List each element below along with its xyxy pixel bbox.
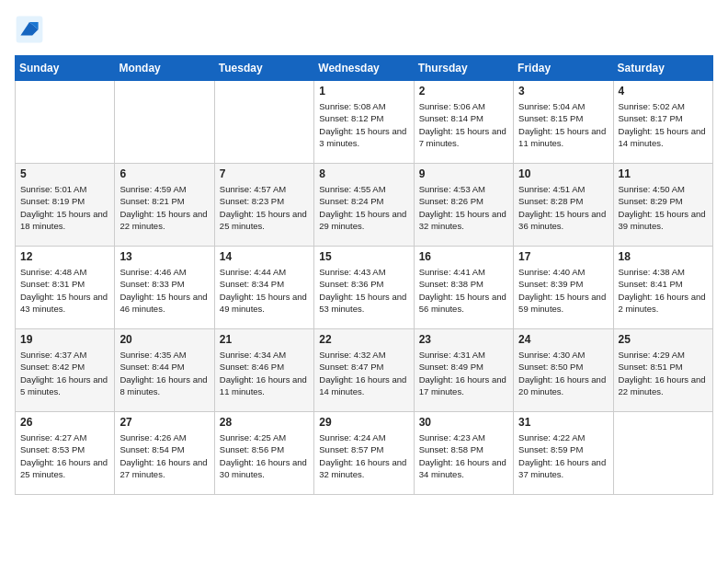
day-number: 31 bbox=[518, 416, 608, 429]
day-number: 25 bbox=[619, 333, 708, 346]
calendar-cell: 11Sunrise: 4:50 AM Sunset: 8:29 PM Dayli… bbox=[613, 164, 712, 247]
col-header-friday: Friday bbox=[514, 56, 613, 81]
calendar-cell: 14Sunrise: 4:44 AM Sunset: 8:34 PM Dayli… bbox=[214, 247, 313, 329]
calendar-cell: 21Sunrise: 4:34 AM Sunset: 8:46 PM Dayli… bbox=[214, 329, 313, 412]
calendar-cell: 27Sunrise: 4:26 AM Sunset: 8:54 PM Dayli… bbox=[115, 412, 214, 495]
calendar-cell: 2Sunrise: 5:06 AM Sunset: 8:14 PM Daylig… bbox=[414, 81, 513, 164]
day-number: 21 bbox=[220, 333, 309, 346]
day-number: 28 bbox=[220, 416, 309, 429]
calendar-cell: 30Sunrise: 4:23 AM Sunset: 8:58 PM Dayli… bbox=[414, 412, 513, 495]
day-number: 18 bbox=[619, 250, 708, 263]
day-number: 7 bbox=[220, 167, 309, 180]
day-number: 19 bbox=[20, 333, 109, 346]
day-number: 12 bbox=[20, 250, 109, 263]
calendar-cell: 7Sunrise: 4:57 AM Sunset: 8:23 PM Daylig… bbox=[214, 164, 313, 247]
day-info: Sunrise: 5:01 AM Sunset: 8:19 PM Dayligh… bbox=[20, 183, 109, 232]
calendar-cell: 8Sunrise: 4:55 AM Sunset: 8:24 PM Daylig… bbox=[314, 164, 414, 247]
day-info: Sunrise: 4:25 AM Sunset: 8:56 PM Dayligh… bbox=[220, 431, 309, 480]
calendar-cell: 6Sunrise: 4:59 AM Sunset: 8:21 PM Daylig… bbox=[115, 164, 214, 247]
calendar-cell: 16Sunrise: 4:41 AM Sunset: 8:38 PM Dayli… bbox=[414, 247, 513, 329]
day-info: Sunrise: 4:34 AM Sunset: 8:46 PM Dayligh… bbox=[220, 349, 309, 397]
day-info: Sunrise: 4:50 AM Sunset: 8:29 PM Dayligh… bbox=[619, 183, 708, 232]
day-info: Sunrise: 4:24 AM Sunset: 8:57 PM Dayligh… bbox=[319, 431, 408, 480]
day-info: Sunrise: 4:51 AM Sunset: 8:28 PM Dayligh… bbox=[518, 183, 608, 232]
col-header-saturday: Saturday bbox=[613, 56, 712, 81]
calendar-cell: 25Sunrise: 4:29 AM Sunset: 8:51 PM Dayli… bbox=[613, 329, 712, 412]
day-number: 15 bbox=[319, 250, 408, 263]
col-header-thursday: Thursday bbox=[414, 56, 513, 81]
day-number: 23 bbox=[419, 333, 508, 346]
day-info: Sunrise: 4:40 AM Sunset: 8:39 PM Dayligh… bbox=[518, 266, 608, 315]
day-info: Sunrise: 4:27 AM Sunset: 8:53 PM Dayligh… bbox=[20, 431, 109, 480]
calendar-cell: 31Sunrise: 4:22 AM Sunset: 8:59 PM Dayli… bbox=[514, 412, 613, 495]
day-number: 1 bbox=[319, 85, 408, 98]
day-number: 4 bbox=[619, 85, 708, 98]
calendar-cell: 22Sunrise: 4:32 AM Sunset: 8:47 PM Dayli… bbox=[314, 329, 414, 412]
day-info: Sunrise: 5:02 AM Sunset: 8:17 PM Dayligh… bbox=[619, 100, 708, 149]
calendar-cell: 17Sunrise: 4:40 AM Sunset: 8:39 PM Dayli… bbox=[514, 247, 613, 329]
day-number: 16 bbox=[419, 250, 508, 263]
calendar-cell: 1Sunrise: 5:08 AM Sunset: 8:12 PM Daylig… bbox=[314, 81, 414, 164]
day-number: 8 bbox=[319, 167, 408, 180]
day-info: Sunrise: 4:43 AM Sunset: 8:36 PM Dayligh… bbox=[319, 266, 408, 315]
page-header bbox=[15, 15, 713, 44]
calendar-cell: 3Sunrise: 5:04 AM Sunset: 8:15 PM Daylig… bbox=[514, 81, 613, 164]
col-header-sunday: Sunday bbox=[16, 56, 115, 81]
day-number: 27 bbox=[119, 416, 209, 429]
calendar-cell: 29Sunrise: 4:24 AM Sunset: 8:57 PM Dayli… bbox=[314, 412, 414, 495]
calendar-cell: 26Sunrise: 4:27 AM Sunset: 8:53 PM Dayli… bbox=[16, 412, 115, 495]
day-number: 26 bbox=[20, 416, 109, 429]
col-header-monday: Monday bbox=[115, 56, 214, 81]
day-info: Sunrise: 4:46 AM Sunset: 8:33 PM Dayligh… bbox=[119, 266, 209, 315]
day-number: 17 bbox=[518, 250, 608, 263]
day-info: Sunrise: 4:44 AM Sunset: 8:34 PM Dayligh… bbox=[220, 266, 309, 315]
day-info: Sunrise: 4:23 AM Sunset: 8:58 PM Dayligh… bbox=[419, 431, 508, 480]
day-info: Sunrise: 5:08 AM Sunset: 8:12 PM Dayligh… bbox=[319, 100, 408, 149]
calendar-week-4: 19Sunrise: 4:37 AM Sunset: 8:42 PM Dayli… bbox=[16, 329, 713, 412]
calendar-week-3: 12Sunrise: 4:48 AM Sunset: 8:31 PM Dayli… bbox=[16, 247, 713, 329]
calendar-cell: 18Sunrise: 4:38 AM Sunset: 8:41 PM Dayli… bbox=[613, 247, 712, 329]
calendar-cell: 10Sunrise: 4:51 AM Sunset: 8:28 PM Dayli… bbox=[514, 164, 613, 247]
day-info: Sunrise: 4:41 AM Sunset: 8:38 PM Dayligh… bbox=[419, 266, 508, 315]
day-number: 3 bbox=[518, 85, 608, 98]
day-info: Sunrise: 4:32 AM Sunset: 8:47 PM Dayligh… bbox=[319, 349, 408, 397]
day-number: 9 bbox=[419, 167, 508, 180]
calendar-cell: 19Sunrise: 4:37 AM Sunset: 8:42 PM Dayli… bbox=[16, 329, 115, 412]
calendar-cell: 24Sunrise: 4:30 AM Sunset: 8:50 PM Dayli… bbox=[514, 329, 613, 412]
day-info: Sunrise: 5:04 AM Sunset: 8:15 PM Dayligh… bbox=[518, 100, 608, 149]
calendar-cell bbox=[16, 81, 115, 164]
calendar-cell: 23Sunrise: 4:31 AM Sunset: 8:49 PM Dayli… bbox=[414, 329, 513, 412]
calendar-cell: 5Sunrise: 5:01 AM Sunset: 8:19 PM Daylig… bbox=[16, 164, 115, 247]
calendar-cell: 9Sunrise: 4:53 AM Sunset: 8:26 PM Daylig… bbox=[414, 164, 513, 247]
day-info: Sunrise: 4:30 AM Sunset: 8:50 PM Dayligh… bbox=[518, 349, 608, 397]
day-info: Sunrise: 4:35 AM Sunset: 8:44 PM Dayligh… bbox=[119, 349, 209, 397]
calendar-week-1: 1Sunrise: 5:08 AM Sunset: 8:12 PM Daylig… bbox=[16, 81, 713, 164]
logo bbox=[15, 15, 48, 44]
day-info: Sunrise: 4:22 AM Sunset: 8:59 PM Dayligh… bbox=[518, 431, 608, 480]
day-number: 14 bbox=[220, 250, 309, 263]
col-header-wednesday: Wednesday bbox=[314, 56, 414, 81]
calendar-week-5: 26Sunrise: 4:27 AM Sunset: 8:53 PM Dayli… bbox=[16, 412, 713, 495]
col-header-tuesday: Tuesday bbox=[214, 56, 313, 81]
day-number: 20 bbox=[119, 333, 209, 346]
day-number: 29 bbox=[319, 416, 408, 429]
calendar-cell: 20Sunrise: 4:35 AM Sunset: 8:44 PM Dayli… bbox=[115, 329, 214, 412]
calendar-cell: 28Sunrise: 4:25 AM Sunset: 8:56 PM Dayli… bbox=[214, 412, 313, 495]
calendar-cell bbox=[214, 81, 313, 164]
calendar-cell: 15Sunrise: 4:43 AM Sunset: 8:36 PM Dayli… bbox=[314, 247, 414, 329]
day-info: Sunrise: 5:06 AM Sunset: 8:14 PM Dayligh… bbox=[419, 100, 508, 149]
calendar-week-2: 5Sunrise: 5:01 AM Sunset: 8:19 PM Daylig… bbox=[16, 164, 713, 247]
day-info: Sunrise: 4:31 AM Sunset: 8:49 PM Dayligh… bbox=[419, 349, 508, 397]
day-info: Sunrise: 4:55 AM Sunset: 8:24 PM Dayligh… bbox=[319, 183, 408, 232]
calendar-cell bbox=[115, 81, 214, 164]
day-info: Sunrise: 4:48 AM Sunset: 8:31 PM Dayligh… bbox=[20, 266, 109, 315]
day-number: 2 bbox=[419, 85, 508, 98]
day-number: 24 bbox=[518, 333, 608, 346]
day-number: 6 bbox=[119, 167, 209, 180]
header-row: SundayMondayTuesdayWednesdayThursdayFrid… bbox=[16, 56, 713, 81]
calendar-table: SundayMondayTuesdayWednesdayThursdayFrid… bbox=[15, 55, 713, 495]
day-info: Sunrise: 4:59 AM Sunset: 8:21 PM Dayligh… bbox=[119, 183, 209, 232]
logo-icon bbox=[15, 15, 44, 44]
day-number: 5 bbox=[20, 167, 109, 180]
day-info: Sunrise: 4:29 AM Sunset: 8:51 PM Dayligh… bbox=[619, 349, 708, 397]
